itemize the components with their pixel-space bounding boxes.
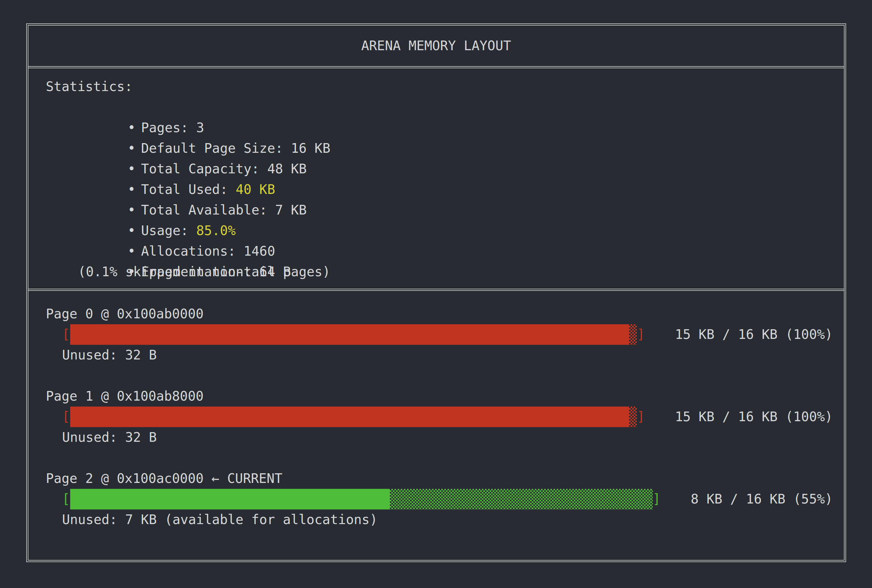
statistics-heading: Statistics: — [46, 76, 831, 97]
stat-text: Default Page Size: 16 KB — [141, 141, 330, 156]
bar-unused-dither — [390, 489, 653, 509]
page-block-0: Page 0 @ 0x100ab0000 [ ] 15 KB / 16 KB (… — [46, 304, 833, 365]
stat-text: Total Capacity: 48 KB — [141, 161, 306, 177]
stat-text: Total Available: 7 KB — [141, 202, 306, 218]
bullet-icon: • — [128, 117, 141, 138]
bar-track — [70, 489, 653, 509]
bar-usage-label: 8 KB / 16 KB (55%) — [691, 489, 833, 509]
stat-text: Total Used: — [141, 182, 236, 197]
panel-header: ARENA MEMORY LAYOUT — [29, 26, 844, 68]
bar-close-bracket: ] — [637, 324, 645, 345]
bullet-icon: • — [128, 200, 141, 220]
statistics-section: Statistics: •Pages: 3 •Default Page Size… — [29, 68, 844, 291]
stat-text: Pages: 3 — [141, 120, 204, 135]
memory-usage-bar: [ ] 15 KB / 16 KB (100%) — [46, 324, 833, 345]
page-header: Page 0 @ 0x100ab0000 — [46, 304, 833, 324]
terminal-screen: ARENA MEMORY LAYOUT Statistics: •Pages: … — [0, 0, 872, 588]
bar-open-bracket: [ — [62, 406, 70, 427]
bar-usage-label: 15 KB / 16 KB (100%) — [675, 406, 833, 427]
memory-usage-bar: [ ] 8 KB / 16 KB (55%) — [46, 489, 833, 509]
bar-track — [70, 324, 637, 345]
page-header: Page 1 @ 0x100ab8000 — [46, 386, 833, 406]
pages-section: Page 0 @ 0x100ab0000 [ ] 15 KB / 16 KB (… — [29, 291, 844, 560]
page-unused: Unused: 7 KB (available for allocations) — [46, 509, 833, 530]
panel-title: ARENA MEMORY LAYOUT — [361, 36, 511, 56]
bar-fill — [70, 489, 390, 509]
bar-open-bracket: [ — [62, 324, 70, 345]
bar-close-bracket: ] — [653, 489, 661, 509]
bullet-icon: • — [128, 241, 141, 262]
fragmentation-note: (0.1% skipped in non-tail pages) — [46, 262, 831, 282]
bar-unused-dither — [629, 406, 637, 427]
bar-close-bracket: ] — [637, 406, 645, 427]
bar-open-bracket: [ — [62, 489, 70, 509]
page-unused: Unused: 32 B — [46, 427, 833, 448]
bar-fill — [70, 324, 629, 345]
stat-text: Allocations: 1460 — [141, 243, 275, 259]
bar-unused-dither — [629, 324, 637, 345]
bullet-icon: • — [128, 179, 141, 200]
page-block-2: Page 2 @ 0x100ac0000 ← CURRENT [ ] 8 KB … — [46, 468, 833, 530]
bar-fill — [70, 406, 629, 427]
page-unused: Unused: 32 B — [46, 345, 833, 365]
bullet-icon: • — [128, 220, 141, 241]
bullet-icon: • — [128, 159, 141, 179]
stat-text: Usage: — [141, 223, 196, 238]
arena-memory-panel: ARENA MEMORY LAYOUT Statistics: •Pages: … — [26, 23, 846, 562]
stat-item-pages: •Pages: 3 — [46, 97, 831, 117]
page-block-1: Page 1 @ 0x100ab8000 [ ] 15 KB / 16 KB (… — [46, 386, 833, 448]
memory-usage-bar: [ ] 15 KB / 16 KB (100%) — [46, 406, 833, 427]
stat-highlight: 40 KB — [236, 182, 275, 197]
bar-track — [70, 406, 637, 427]
page-header: Page 2 @ 0x100ac0000 ← CURRENT — [46, 468, 833, 489]
bar-usage-label: 15 KB / 16 KB (100%) — [675, 324, 833, 345]
stat-highlight: 85.0% — [196, 223, 236, 238]
bullet-icon: • — [128, 138, 141, 159]
